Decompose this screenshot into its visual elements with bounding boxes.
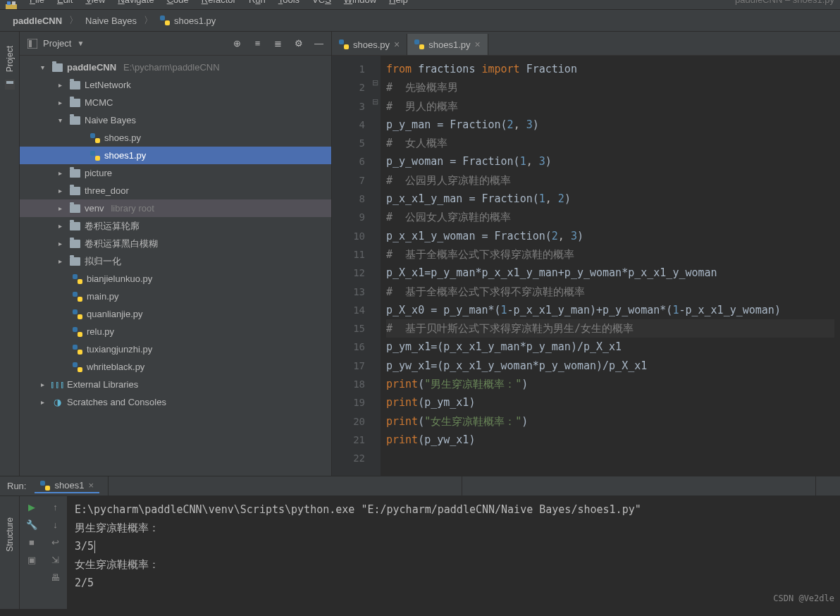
structure-toolwindow-tab[interactable]: Structure xyxy=(5,517,15,552)
tree-external-libraries[interactable]: ▸⫿⫿⫿External Libraries xyxy=(20,376,331,393)
svg-rect-6 xyxy=(6,81,13,84)
expand-all-icon[interactable]: ≡ xyxy=(252,38,263,49)
tree-file[interactable]: bianjielunkuo.py xyxy=(20,270,331,288)
editor-tab-active[interactable]: shoes1.py× xyxy=(407,34,488,55)
tree-folder[interactable]: ▸卷积运算黑白模糊 xyxy=(20,235,331,252)
menu-vcs[interactable]: VCS xyxy=(312,0,331,5)
watermark: CSDN @Ve2dle xyxy=(773,589,834,608)
editor-tab[interactable]: shoes.py× xyxy=(332,34,407,55)
project-toolwindow-tab[interactable]: Project xyxy=(5,46,15,72)
svg-rect-12 xyxy=(95,156,100,161)
menu-help[interactable]: Help xyxy=(389,0,408,5)
python-file-icon xyxy=(40,481,50,491)
tree-folder[interactable]: ▸three_door xyxy=(20,182,331,199)
project-view-icon xyxy=(27,38,37,49)
left-stripe: Project xyxy=(0,32,20,476)
python-file-icon xyxy=(73,327,82,337)
tree-file[interactable]: shoes.py xyxy=(20,129,331,147)
breadcrumb-root[interactable]: paddleCNN xyxy=(8,14,66,27)
gutter-marks: ⊟⊟ xyxy=(371,56,381,476)
tree-file[interactable]: relu.py xyxy=(20,323,331,340)
svg-rect-24 xyxy=(78,367,82,372)
svg-rect-4 xyxy=(165,20,170,25)
project-view-select[interactable]: Project ▼ xyxy=(27,38,84,49)
run-panel: Run: shoes1 × Structure ▶ 🔧 ■ ▣ ↑ ↓ ↩ ⇲ … xyxy=(0,476,840,609)
svg-rect-8 xyxy=(29,40,32,47)
python-file-icon xyxy=(73,274,82,284)
tree-venv[interactable]: ▸venvlibrary root xyxy=(20,199,331,217)
menu-edit[interactable]: Edit xyxy=(57,0,73,5)
collapse-all-icon[interactable]: ≣ xyxy=(273,38,283,49)
tree-folder[interactable]: ▸拟归一化 xyxy=(20,252,331,270)
run-icon[interactable]: ▶ xyxy=(27,502,37,512)
folder-icon xyxy=(70,81,80,90)
svg-rect-19 xyxy=(73,327,78,332)
console-output[interactable]: E:\pycharm\paddleCNN\venv\Scripts\python… xyxy=(68,496,840,609)
close-icon[interactable]: × xyxy=(394,39,400,50)
layout-icon[interactable]: ▣ xyxy=(27,555,37,565)
project-tree[interactable]: ▾paddleCNNE:\pycharm\paddleCNN ▸LetNetwo… xyxy=(20,56,331,476)
folder-icon xyxy=(70,169,80,178)
locate-icon[interactable]: ⊕ xyxy=(232,38,242,49)
svg-rect-28 xyxy=(419,44,424,49)
scroll-icon[interactable]: ⇲ xyxy=(50,555,61,565)
folder-icon xyxy=(70,257,80,266)
menu-view[interactable]: View xyxy=(85,0,105,5)
python-file-icon xyxy=(73,362,82,372)
svg-rect-21 xyxy=(73,345,78,350)
svg-rect-15 xyxy=(73,292,78,297)
menu-code[interactable]: Code xyxy=(167,0,189,5)
tree-folder[interactable]: ▸MCMC xyxy=(20,94,331,111)
breadcrumb-file[interactable]: shoes1.py xyxy=(156,14,220,27)
menu-tools[interactable]: Tools xyxy=(278,0,299,5)
tree-folder[interactable]: ▸卷积运算轮廓 xyxy=(20,217,331,235)
up-icon[interactable]: ↑ xyxy=(50,502,61,512)
editor-area: shoes.py× shoes1.py× 1234567891011121314… xyxy=(332,32,840,476)
line-gutter[interactable]: 12345678910111213141516171819202122 xyxy=(332,56,371,476)
python-file-icon xyxy=(160,16,170,25)
tree-root[interactable]: ▾paddleCNNE:\pycharm\paddleCNN xyxy=(20,58,331,76)
menu-window[interactable]: Window xyxy=(344,0,376,5)
hide-icon[interactable]: — xyxy=(314,38,324,49)
code-editor[interactable]: from fractions import Fraction # 先验概率男 #… xyxy=(381,56,840,476)
print-icon[interactable]: 🖶 xyxy=(50,572,61,583)
tree-folder[interactable]: ▸LetNetwork xyxy=(20,76,331,94)
chevron-icon: 〉 xyxy=(144,14,153,27)
tree-file[interactable]: whriteblack.py xyxy=(20,358,331,376)
run-controls-2: ↑ ↓ ↩ ⇲ 🖶 xyxy=(44,496,68,609)
python-file-icon xyxy=(90,151,100,161)
tree-folder-open[interactable]: ▾Naive Bayes xyxy=(20,111,331,129)
menu-file[interactable]: File xyxy=(30,0,44,5)
scratches-icon: ◑ xyxy=(52,397,63,407)
tree-folder[interactable]: ▸picture xyxy=(20,164,331,182)
menu-run[interactable]: Run xyxy=(249,0,266,5)
tree-file-selected[interactable]: shoes1.py xyxy=(20,147,331,164)
tree-scratches[interactable]: ▸◑Scratches and Consoles xyxy=(20,393,331,411)
folder-icon xyxy=(70,99,80,107)
soft-wrap-icon[interactable]: ↩ xyxy=(50,537,61,548)
close-icon[interactable]: × xyxy=(88,480,94,491)
menu-navigate[interactable]: Navigate xyxy=(118,0,154,5)
close-icon[interactable]: × xyxy=(475,39,481,50)
tree-file[interactable]: tuxiangjunzhi.py xyxy=(20,340,331,358)
tree-file[interactable]: main.py xyxy=(20,288,331,305)
tree-file[interactable]: quanlianjie.py xyxy=(20,305,331,323)
stop-icon[interactable]: ■ xyxy=(27,537,37,548)
svg-rect-9 xyxy=(90,133,95,138)
run-tab[interactable]: shoes1 × xyxy=(35,479,99,493)
svg-rect-17 xyxy=(73,309,78,314)
wrench-icon[interactable]: 🔧 xyxy=(27,519,37,530)
svg-rect-18 xyxy=(78,314,82,319)
folder-icon xyxy=(70,204,80,213)
breadcrumb-folder[interactable]: Naive Bayes xyxy=(81,14,141,27)
breadcrumb: paddleCNN 〉 Naive Bayes 〉 shoes1.py xyxy=(0,10,840,32)
python-file-icon xyxy=(339,39,349,49)
gear-icon[interactable]: ⚙ xyxy=(293,38,304,49)
python-file-icon xyxy=(414,39,424,49)
down-icon[interactable]: ↓ xyxy=(50,519,61,530)
svg-rect-23 xyxy=(73,362,78,367)
folder-icon xyxy=(52,63,63,72)
menu-refactor[interactable]: Refactor xyxy=(202,0,236,5)
chevron-down-icon: ▼ xyxy=(77,39,84,47)
svg-rect-29 xyxy=(40,481,45,486)
